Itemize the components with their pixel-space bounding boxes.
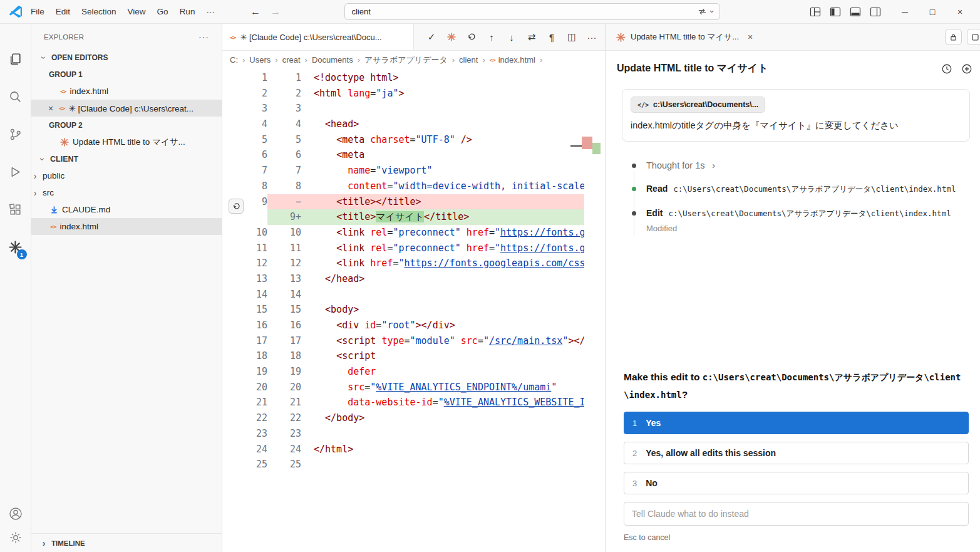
- menu-selection[interactable]: Selection: [76, 4, 122, 19]
- step-thought[interactable]: Thought for 1s ›: [632, 160, 980, 170]
- activity-claude-icon[interactable]: 1: [0, 228, 31, 266]
- activity-explorer-icon[interactable]: [0, 40, 31, 78]
- code-line-25[interactable]: 2525: [222, 457, 584, 472]
- activity-search-icon[interactable]: [0, 78, 31, 115]
- code-line-21[interactable]: 2121 data-website-id="%VITE_ANALYTICS_WE…: [222, 395, 584, 410]
- code-line-19[interactable]: 1919 defer: [222, 364, 584, 380]
- code-line-22[interactable]: 2222 </body>: [222, 410, 584, 426]
- new-chat-plus-icon[interactable]: [961, 63, 972, 75]
- code-line-20[interactable]: 2020 src="%VITE_ANALYTICS_ENDPOINT%/umam…: [222, 380, 584, 395]
- menu-more[interactable]: ···: [200, 4, 220, 19]
- code-line-11[interactable]: 1111 <link rel="preconnect" href="https:…: [222, 241, 584, 256]
- panel-extra-button[interactable]: [967, 29, 980, 45]
- arrow-down-icon[interactable]: ↓: [502, 32, 522, 43]
- breadcrumb-item-3[interactable]: Documents: [312, 55, 353, 65]
- toggle-secondary-sidebar-icon[interactable]: [870, 6, 881, 18]
- customize-layout-icon[interactable]: [810, 6, 821, 18]
- swap-icon[interactable]: ⇄: [522, 31, 542, 43]
- sidebar-row-4[interactable]: Update HTML title to マイサ...: [31, 133, 222, 150]
- file-path-chip[interactable]: </> c:\Users\creat\Documents\...: [631, 96, 765, 113]
- step-read[interactable]: Read c:\Users\creat\Documents\アサラボアプリデータ…: [632, 184, 980, 195]
- back-arrow-icon[interactable]: ←: [250, 6, 260, 18]
- check-icon[interactable]: ✓: [421, 31, 441, 43]
- code-line-16[interactable]: 1616 <div id="root"></div>: [222, 318, 584, 333]
- code-line-1[interactable]: 22<html lang="ja">: [222, 86, 584, 102]
- sidebar-row-9[interactable]: <>index.html: [31, 218, 222, 235]
- sidebar-row-8[interactable]: CLAUDE.md: [31, 201, 222, 218]
- code-line-15[interactable]: 1515 <body>: [222, 302, 584, 318]
- breadcrumb-item-6[interactable]: <>index.html: [490, 55, 535, 65]
- panel-tab-close-icon[interactable]: ×: [748, 32, 753, 42]
- search-mode-icon[interactable]: [698, 7, 707, 16]
- sidebar-row-2[interactable]: ×<>✳ [Claude Code] c:\Users\creat...: [31, 100, 222, 117]
- forward-arrow-icon[interactable]: →: [271, 6, 281, 18]
- permission-option-2[interactable]: 2Yes, allow all edits this session: [624, 442, 969, 464]
- breadcrumb-item-4[interactable]: アサラボアプリデータ: [364, 55, 448, 66]
- breadcrumb-item-0[interactable]: C:: [230, 55, 238, 65]
- account-icon[interactable]: [0, 507, 31, 521]
- sidebar-row-5[interactable]: ›CLIENT: [31, 150, 222, 167]
- menu-view[interactable]: View: [122, 4, 152, 19]
- menu-file[interactable]: File: [25, 4, 50, 19]
- code-line-2[interactable]: 33: [222, 101, 584, 117]
- code-line-3[interactable]: 44 <head>: [222, 117, 584, 132]
- activity-source-control-icon[interactable]: [0, 115, 31, 153]
- menu-edit[interactable]: Edit: [50, 4, 76, 19]
- code-line-14[interactable]: 1414: [222, 287, 584, 303]
- code-line-12[interactable]: 1212 <link href="https://fonts.googleapi…: [222, 256, 584, 271]
- code-line-0[interactable]: 11<!doctype html>: [222, 70, 584, 86]
- close-icon[interactable]: ×: [46, 103, 55, 113]
- timeline-section[interactable]: › TIMELINE: [31, 533, 222, 552]
- open-editors-header[interactable]: › OPEN EDITORS: [31, 49, 222, 66]
- code-line-18[interactable]: 1818 <script: [222, 348, 584, 364]
- sidebar-row-1[interactable]: <>index.html: [31, 83, 222, 100]
- toggle-panel-icon[interactable]: [850, 6, 861, 18]
- sidebar-row-0[interactable]: GROUP 1: [31, 66, 222, 83]
- menu-go[interactable]: Go: [152, 4, 174, 19]
- maximize-button[interactable]: □: [919, 0, 946, 24]
- sidebar-row-7[interactable]: ›src: [31, 184, 222, 201]
- sidebar-row-3[interactable]: GROUP 2: [31, 117, 222, 133]
- code-line-5[interactable]: 66 <meta: [222, 147, 584, 163]
- split-editor-icon[interactable]: ◫: [562, 31, 582, 43]
- claude-icon[interactable]: [441, 33, 462, 41]
- discard-icon[interactable]: [462, 33, 482, 41]
- breadcrumb-item-2[interactable]: creat: [282, 55, 301, 65]
- more-icon[interactable]: ···: [582, 32, 602, 43]
- editor-tab-claude-code-diff[interactable]: <> ✳ [Claude Code] c:\Users\creat\Docu..…: [222, 24, 414, 50]
- code-line-24[interactable]: 2424</html>: [222, 442, 584, 457]
- search-dropdown-chevron-icon[interactable]: ›: [708, 10, 717, 13]
- command-center-search[interactable]: client ›: [344, 3, 720, 20]
- code-line-6[interactable]: 77 name="viewport": [222, 163, 584, 179]
- close-button[interactable]: ×: [946, 0, 974, 24]
- feedback-input[interactable]: [624, 502, 969, 526]
- code-line-23[interactable]: 2323: [222, 426, 584, 442]
- code-line-17[interactable]: 1717 <script type="module" src="/src/mai…: [222, 333, 584, 349]
- history-clock-icon[interactable]: [941, 63, 952, 75]
- revert-change-button[interactable]: [229, 199, 244, 214]
- step-edit[interactable]: Edit c:\Users\creat\Documents\アサラボアプリデータ…: [632, 208, 980, 233]
- code-line-13[interactable]: 1313 </head>: [222, 271, 584, 287]
- arrow-up-icon[interactable]: ↑: [482, 32, 502, 43]
- code-line-10[interactable]: 1010 <link rel="preconnect" href="https:…: [222, 225, 584, 241]
- permission-option-1[interactable]: 1Yes: [624, 412, 969, 434]
- breadcrumb-item-1[interactable]: Users: [249, 55, 271, 65]
- permission-option-3[interactable]: 3No: [624, 472, 969, 494]
- code-line-7[interactable]: 88 content="width=device-width, initial-…: [222, 179, 584, 194]
- code-line-4[interactable]: 55 <meta charset="UTF-8" />: [222, 132, 584, 148]
- code-line-8[interactable]: 9− <title></title>: [222, 194, 584, 210]
- panel-tab[interactable]: Update HTML title to マイサ... ×: [616, 31, 753, 43]
- code-line-9[interactable]: 9+ <title>マイサイト</title>: [222, 209, 584, 225]
- breadcrumb-item-5[interactable]: client: [459, 55, 478, 65]
- diff-editor[interactable]: 11<!doctype html>22<html lang="ja">3344 …: [222, 69, 606, 552]
- sidebar-more-actions-icon[interactable]: ···: [199, 32, 209, 42]
- menu-run[interactable]: Run: [174, 4, 201, 19]
- toggle-primary-sidebar-icon[interactable]: [830, 6, 841, 18]
- settings-gear-icon[interactable]: [0, 531, 31, 544]
- sidebar-row-6[interactable]: ›public: [31, 167, 222, 184]
- lock-button[interactable]: [945, 29, 962, 45]
- minimize-button[interactable]: ─: [891, 0, 919, 24]
- activity-run-debug-icon[interactable]: [0, 153, 31, 190]
- pilcrow-icon[interactable]: ¶: [542, 32, 562, 43]
- activity-extensions-icon[interactable]: [0, 190, 31, 228]
